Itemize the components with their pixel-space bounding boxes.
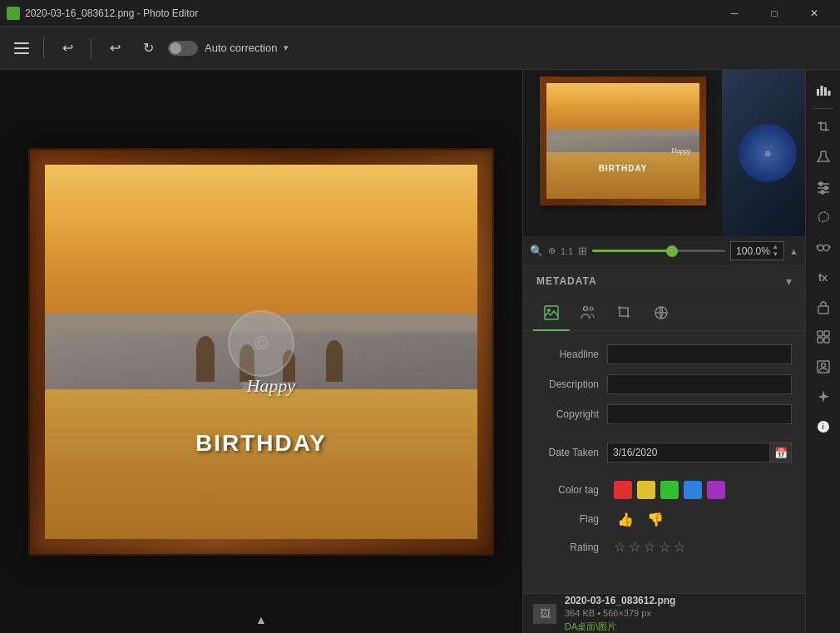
- sidebar-sparkle-btn[interactable]: [808, 383, 838, 410]
- lasso-icon: [816, 210, 831, 225]
- sidebar-texture-btn[interactable]: [808, 324, 838, 350]
- preview-sky: [546, 83, 699, 136]
- watermark-overlay: © 素材公社: [45, 165, 477, 539]
- sidebar-info-btn[interactable]: i: [808, 413, 838, 440]
- autocorrect-toggle[interactable]: Auto correction ▾: [168, 41, 289, 56]
- zoom-1x-icon[interactable]: 1:1: [561, 246, 573, 256]
- main-layout: © 素材公社 Happy BIRTHDAY ▲ Happy BIRTHDAY: [0, 70, 840, 633]
- file-size: 364 KB: [565, 608, 595, 618]
- tab-person[interactable]: [570, 296, 606, 331]
- histogram-icon: [816, 82, 831, 97]
- autocorrect-dropdown-arrow[interactable]: ▾: [284, 42, 289, 53]
- toolbar-divider-2: [91, 38, 91, 58]
- glasses-icon: [816, 240, 831, 255]
- scroll-down-arrow[interactable]: ▲: [255, 613, 267, 626]
- color-tag-red[interactable]: [614, 481, 632, 499]
- calendar-button[interactable]: 📅: [770, 443, 792, 462]
- star-4[interactable]: ☆: [659, 539, 670, 555]
- color-tag-blue[interactable]: [684, 481, 702, 499]
- rating-row: Rating ☆ ☆ ☆ ☆ ☆: [536, 539, 792, 555]
- tab-filter[interactable]: [643, 296, 679, 331]
- sidebar-lasso-btn[interactable]: [808, 204, 838, 230]
- description-label: Description: [536, 378, 607, 390]
- star-3[interactable]: ☆: [644, 539, 655, 555]
- undo-button[interactable]: ↩: [54, 35, 81, 62]
- lock-icon: [816, 299, 831, 314]
- metadata-fields: Headline Description Copyright Date Take…: [523, 331, 805, 593]
- zoom-down-arrow[interactable]: ▼: [772, 251, 778, 259]
- app-icon: 🌿: [7, 7, 20, 20]
- sidebar-sliders-btn[interactable]: [808, 174, 838, 200]
- svg-point-10: [819, 182, 823, 185]
- date-taken-input[interactable]: [607, 443, 770, 462]
- thumbs-up-button[interactable]: 👍: [614, 509, 637, 529]
- color-tag-yellow[interactable]: [637, 481, 655, 499]
- color-tag-row: Color tag: [536, 481, 792, 499]
- sidebar-crop-btn[interactable]: [808, 114, 838, 141]
- autocorrect-switch[interactable]: [168, 41, 198, 56]
- preview-compass: ⊕: [739, 124, 797, 182]
- metadata-scroll-btn[interactable]: ▾: [786, 274, 792, 288]
- description-input[interactable]: [607, 374, 792, 394]
- description-field-row: Description: [536, 374, 792, 394]
- star-2[interactable]: ☆: [629, 539, 640, 555]
- close-button[interactable]: ✕: [795, 0, 833, 27]
- svg-point-2: [584, 307, 588, 311]
- star-5[interactable]: ☆: [674, 539, 685, 555]
- star-1[interactable]: ☆: [614, 539, 625, 555]
- portrait-icon: [816, 359, 831, 374]
- redo-button[interactable]: ↻: [135, 35, 161, 62]
- svg-point-1: [547, 309, 551, 312]
- thumbs-down-button[interactable]: 👎: [644, 509, 667, 529]
- photo-frame: © 素材公社 Happy BIRTHDAY: [28, 148, 494, 556]
- sidebar-portrait-btn[interactable]: [808, 354, 838, 380]
- svg-point-12: [824, 186, 828, 190]
- tab-image[interactable]: [533, 296, 570, 331]
- photo-text-birthday: BIRTHDAY: [195, 430, 327, 457]
- preview-thumbnail: Happy BIRTHDAY: [540, 77, 706, 205]
- date-taken-field-row: Date Taken 📅: [536, 443, 792, 462]
- svg-rect-4: [817, 89, 819, 96]
- file-dimensions: 566×379 px: [603, 608, 651, 618]
- maximize-button[interactable]: □: [755, 0, 793, 27]
- sidebar-flask-btn[interactable]: [808, 144, 838, 171]
- color-tag-green[interactable]: [660, 481, 679, 499]
- copyright-input[interactable]: [607, 404, 792, 424]
- sidebar-fx-btn[interactable]: fx: [808, 264, 838, 290]
- canvas-content: © 素材公社 Happy BIRTHDAY: [0, 70, 522, 633]
- zoom-bar: 🔍 ⊕ 1:1 ⊞ 100.0% ▲ ▼ ▲: [523, 236, 805, 266]
- svg-rect-22: [824, 331, 829, 336]
- date-taken-label: Date Taken: [536, 447, 607, 458]
- headline-label: Headline: [536, 349, 607, 360]
- headline-input[interactable]: [607, 344, 792, 364]
- zoom-fit-icon[interactable]: 🔍: [530, 245, 543, 257]
- tab-crop[interactable]: [606, 296, 643, 331]
- sidebar-histogram-btn[interactable]: [808, 77, 838, 103]
- color-tag-purple[interactable]: [707, 481, 725, 499]
- svg-point-26: [821, 363, 825, 368]
- color-tags: [614, 481, 725, 499]
- zoom-slider-fill: [592, 250, 672, 252]
- zoom-slider-thumb[interactable]: [666, 245, 678, 257]
- zoom-slider[interactable]: [592, 250, 725, 252]
- hamburger-menu-button[interactable]: [10, 37, 33, 60]
- preview-sand: [546, 152, 699, 199]
- titlebar: 🌿 2020-03-16_083612.png - Photo Editor ─…: [0, 0, 840, 27]
- svg-point-14: [821, 190, 824, 194]
- zoom-expand-icon[interactable]: ⊞: [578, 245, 587, 257]
- zoom-step-arrows[interactable]: ▲ ▼: [772, 244, 778, 259]
- preview-area: Happy BIRTHDAY ⊕: [523, 70, 805, 236]
- panel-collapse-arrow[interactable]: ▲: [789, 246, 798, 256]
- minimize-button[interactable]: ─: [715, 0, 754, 27]
- zoom-value-display: 100.0% ▲ ▼: [730, 241, 784, 261]
- sidebar-glasses-btn[interactable]: [808, 234, 838, 260]
- main-toolbar: ↩ ↩ ↻ Auto correction ▾: [0, 27, 840, 70]
- zoom-select-icon[interactable]: ⊕: [548, 245, 556, 256]
- menu-line-2: [14, 47, 29, 49]
- headline-field-row: Headline: [536, 344, 792, 364]
- undo2-button[interactable]: ↩: [101, 35, 128, 62]
- copyright-field-row: Copyright: [536, 404, 792, 424]
- sidebar-lock-btn[interactable]: [808, 294, 838, 320]
- image-tab-icon: [543, 304, 560, 321]
- svg-rect-24: [824, 338, 829, 343]
